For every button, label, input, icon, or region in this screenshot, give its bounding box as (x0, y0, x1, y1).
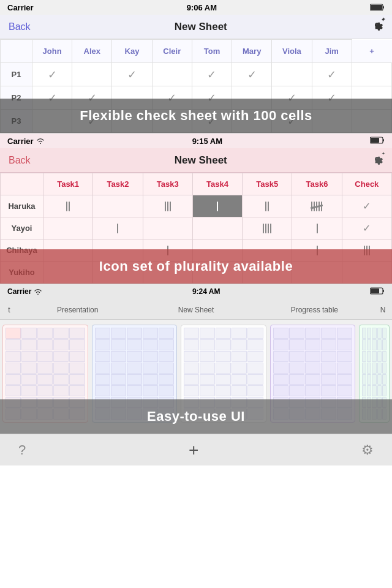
back-button-1[interactable]: Back (9, 21, 31, 32)
cell-yayoi-task1[interactable] (43, 217, 93, 239)
col-jim: Jim (312, 40, 352, 63)
sheet-tabs-bar: t Presentation New Sheet Progress table … (0, 299, 392, 320)
cell-haruka-task5[interactable] (243, 195, 292, 217)
cell-p1-john[interactable]: ✓ (32, 63, 72, 86)
cell-p1-tom[interactable]: ✓ (192, 63, 232, 86)
status-bar-3: Carrier 9:24 AM (0, 284, 392, 299)
cell-yayoi-task5[interactable] (243, 217, 292, 239)
tally-row-header (1, 173, 43, 195)
col-task6: Task6 (292, 173, 342, 195)
section-sheet-picker: Carrier 9:24 AM t Presentation New Sheet… (0, 284, 392, 466)
table-row: Yayoi (1, 217, 392, 239)
col-mary: Mary (232, 40, 272, 63)
row-label-haruka: Haruka (1, 195, 43, 217)
row-header-empty (1, 40, 32, 63)
cell-p1-viola[interactable] (272, 63, 312, 86)
cell-p1-extra (352, 63, 391, 86)
section-tally-sheet: Carrier 9:15 AM Back New Sheet ✦ (0, 134, 392, 284)
row-label-yayoi: Yayoi (1, 217, 43, 239)
tab-more[interactable]: N (374, 304, 392, 315)
col-viola: Viola (272, 40, 312, 63)
svg-rect-2 (371, 5, 382, 10)
col-task4: Task4 (192, 173, 242, 195)
section-check-sheet: Carrier 9:06 AM Back New Sheet ✦ John (0, 0, 392, 134)
nav-bar-2: Back New Sheet ✦ (0, 148, 392, 173)
svg-rect-4 (383, 139, 384, 141)
status-bar-1: Carrier 9:06 AM (0, 0, 392, 15)
bottom-toolbar: ? + ⚙ (0, 434, 392, 466)
time-display-3: 9:24 AM (192, 287, 221, 296)
cell-p1-alex[interactable] (72, 63, 112, 86)
col-cleir: Cleir (152, 40, 192, 63)
row-label-p1: P1 (1, 63, 32, 86)
settings-icon-2[interactable]: ✦ (371, 153, 383, 168)
col-john: John (32, 40, 72, 63)
cell-haruka-task1[interactable] (43, 195, 93, 217)
battery-icon-3 (370, 287, 385, 296)
back-button-2[interactable]: Back (9, 155, 31, 166)
col-task5: Task5 (243, 173, 292, 195)
cell-p1-cleir[interactable] (152, 63, 192, 86)
nav-title-1: New Sheet (175, 21, 227, 33)
add-column-button[interactable]: + (352, 40, 391, 63)
tab-unknown[interactable]: t (0, 304, 18, 315)
svg-rect-1 (383, 6, 384, 9)
svg-rect-5 (371, 138, 379, 143)
battery-icon-2 (370, 137, 385, 146)
status-bar-2: Carrier 9:15 AM (0, 134, 392, 148)
cell-yayoi-task2[interactable] (93, 217, 143, 239)
cell-haruka-task6[interactable] (292, 195, 342, 217)
time-display-2: 9:15 AM (192, 137, 222, 146)
carrier-label: Carrier (7, 3, 34, 12)
add-sheet-button[interactable]: + (189, 440, 198, 460)
battery-icon (370, 4, 385, 11)
cell-haruka-task2[interactable] (93, 195, 143, 217)
time-display: 9:06 AM (187, 3, 217, 12)
settings-icon-1[interactable]: ✦ (371, 19, 383, 34)
cell-yayoi-task4[interactable] (192, 217, 242, 239)
col-check: Check (342, 173, 391, 195)
carrier-label-3: Carrier (7, 287, 42, 296)
battery-indicator (370, 4, 385, 11)
section2-banner: Icon set of plurality available (0, 249, 392, 284)
cell-p1-mary[interactable]: ✓ (232, 63, 272, 86)
settings-icon-3[interactable]: ⚙ (361, 442, 374, 458)
wifi-icon-3 (34, 288, 42, 295)
tab-presentation[interactable]: Presentation (18, 304, 137, 315)
col-task2: Task2 (93, 173, 143, 195)
svg-rect-7 (383, 290, 384, 292)
col-task3: Task3 (143, 173, 192, 195)
cell-yayoi-task3[interactable] (143, 217, 192, 239)
tab-progress-table[interactable]: Progress table (255, 304, 374, 315)
cell-p1-jim[interactable]: ✓ (312, 63, 352, 86)
table-row: P1 ✓ ✓ ✓ ✓ ✓ (1, 63, 392, 86)
cell-haruka-task4[interactable] (192, 195, 242, 217)
cell-haruka-task3[interactable] (143, 195, 192, 217)
cell-haruka-check[interactable]: ✓ (342, 195, 391, 217)
section1-banner: Flexible check sheet with 100 cells (0, 99, 392, 133)
section3-banner: Easy-to-use UI (0, 399, 392, 434)
nav-title-2: New Sheet (175, 154, 227, 167)
cell-yayoi-check[interactable]: ✓ (342, 217, 391, 239)
cell-yayoi-task6[interactable] (292, 217, 342, 239)
carrier-label-2: Carrier (7, 137, 45, 146)
tab-new-sheet[interactable]: New Sheet (137, 304, 255, 315)
table-row: Haruka (1, 195, 392, 217)
wifi-icon-2 (36, 138, 45, 144)
nav-bar-1: Back New Sheet ✦ (0, 15, 392, 39)
cell-p1-kay[interactable]: ✓ (112, 63, 152, 86)
col-alex: Alex (72, 40, 112, 63)
svg-rect-8 (371, 288, 379, 293)
help-icon[interactable]: ? (18, 442, 26, 458)
col-tom: Tom (192, 40, 232, 63)
col-task1: Task1 (43, 173, 93, 195)
col-kay: Kay (112, 40, 152, 63)
